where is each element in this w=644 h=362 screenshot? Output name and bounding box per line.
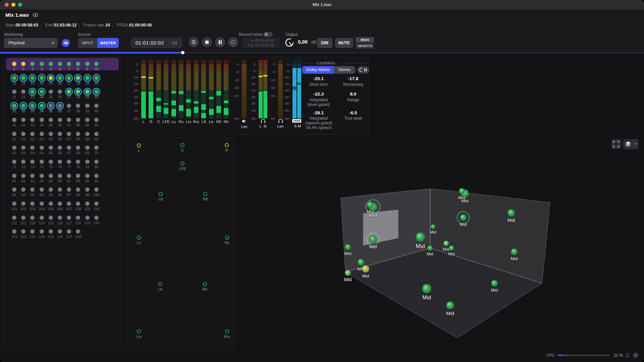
channel-dot-63[interactable] — [30, 145, 35, 150]
audio-object-16[interactable] — [362, 265, 369, 273]
channel-dot-30[interactable] — [94, 89, 99, 94]
channel-dot-120[interactable] — [94, 216, 99, 220]
channel-dot-16[interactable] — [58, 76, 62, 80]
audio-object-4[interactable] — [367, 201, 374, 208]
channel-dot-59[interactable] — [85, 132, 90, 136]
channel-dot-62[interactable] — [21, 145, 25, 150]
loudness-pause-button[interactable] — [362, 66, 369, 74]
channel-dot-124[interactable] — [40, 229, 44, 234]
speaker-dot-Ltf[interactable] — [159, 192, 163, 196]
channel-dot-34[interactable] — [40, 104, 44, 108]
channel-dot-42[interactable] — [21, 118, 25, 122]
audio-object-6[interactable] — [460, 214, 467, 221]
monitoring-select[interactable]: Physical▾ — [4, 38, 58, 48]
channel-dot-106[interactable] — [58, 201, 62, 206]
speaker-dot-Ls[interactable] — [137, 236, 141, 240]
channel-dot-21[interactable] — [12, 89, 16, 94]
channel-dot-55[interactable] — [49, 132, 53, 136]
channel-dot-1[interactable] — [12, 62, 16, 66]
pause-button[interactable] — [215, 37, 225, 47]
channel-dot-87[interactable] — [67, 174, 71, 178]
audio-object-10[interactable] — [443, 241, 449, 246]
channel-dot-108[interactable] — [76, 201, 80, 206]
channel-dot-121[interactable] — [12, 229, 16, 234]
channel-dot-110[interactable] — [94, 201, 99, 206]
channel-dot-79[interactable] — [85, 160, 90, 164]
channel-dot-35[interactable] — [49, 104, 53, 108]
view-mode-button[interactable]: ▾ — [623, 139, 639, 149]
audio-object-19[interactable] — [422, 284, 431, 293]
channel-dot-117[interactable] — [67, 216, 71, 220]
mute-button[interactable]: MUTE — [335, 38, 353, 48]
channel-dot-29[interactable] — [85, 89, 90, 94]
speaker-dot-L[interactable] — [137, 143, 141, 147]
channel-dot-83[interactable] — [30, 174, 35, 178]
channel-dot-67[interactable] — [67, 145, 71, 150]
record-button[interactable] — [228, 37, 238, 47]
channel-dot-127[interactable] — [67, 229, 71, 234]
fullscreen-button[interactable] — [611, 139, 621, 149]
channel-dot-123[interactable] — [30, 229, 35, 234]
audio-object-17[interactable] — [345, 270, 351, 276]
channel-dot-25[interactable] — [49, 89, 53, 94]
channel-dot-80[interactable] — [94, 160, 99, 164]
cpu-reset-button[interactable] — [625, 352, 631, 358]
channel-dot-96[interactable] — [58, 187, 62, 192]
channel-dot-105[interactable] — [49, 201, 53, 206]
output-volume-knob[interactable] — [284, 38, 294, 48]
audio-object-15[interactable] — [358, 259, 364, 265]
audio-object-11[interactable] — [449, 245, 454, 251]
audio-object-8[interactable] — [369, 236, 377, 243]
channel-dot-31[interactable] — [12, 104, 16, 108]
channel-dot-70[interactable] — [94, 145, 99, 150]
channel-dot-45[interactable] — [49, 118, 53, 122]
source-input-button[interactable]: INPUT — [78, 38, 97, 48]
channel-dot-17[interactable] — [67, 76, 71, 80]
channel-dot-15[interactable] — [49, 76, 53, 80]
channel-dot-75[interactable] — [49, 160, 53, 164]
channel-dot-81[interactable] — [12, 174, 16, 178]
stop-button[interactable] — [202, 37, 212, 47]
channel-dot-101[interactable] — [12, 201, 16, 206]
channel-dot-18[interactable] — [76, 76, 80, 80]
channel-dot-47[interactable] — [67, 118, 71, 122]
channel-dot-122[interactable] — [21, 229, 25, 234]
channel-dot-27[interactable] — [67, 89, 71, 94]
channel-dot-54[interactable] — [40, 132, 44, 136]
speaker-dot-LFE[interactable] — [180, 162, 184, 166]
speaker-dot-Rs[interactable] — [225, 236, 229, 240]
audio-object-14[interactable] — [511, 248, 518, 255]
channel-dot-5[interactable] — [49, 62, 53, 66]
channel-dot-111[interactable] — [12, 216, 16, 220]
audio-object-9[interactable] — [416, 232, 425, 242]
channel-dot-10[interactable] — [94, 62, 99, 66]
channel-dot-82[interactable] — [21, 174, 25, 178]
channel-dot-36[interactable] — [58, 104, 62, 108]
channel-dot-65[interactable] — [49, 145, 53, 150]
audio-object-7[interactable] — [431, 224, 435, 229]
channel-dot-90[interactable] — [94, 174, 99, 178]
channel-dot-4[interactable] — [40, 62, 44, 66]
channel-dot-44[interactable] — [40, 118, 44, 122]
channel-dot-93[interactable] — [30, 187, 35, 192]
speaker-dot-R[interactable] — [225, 143, 229, 147]
channel-dot-12[interactable] — [21, 76, 25, 80]
channel-dot-128[interactable] — [76, 229, 80, 234]
channel-dot-50[interactable] — [94, 118, 99, 122]
channel-dot-91[interactable] — [12, 187, 16, 192]
channel-dot-43[interactable] — [30, 118, 35, 122]
channel-dot-102[interactable] — [21, 201, 25, 206]
speaker-dot-C[interactable] — [180, 143, 184, 147]
channel-dot-77[interactable] — [67, 160, 71, 164]
channel-dot-40[interactable] — [94, 104, 99, 108]
channel-dot-114[interactable] — [40, 216, 44, 220]
channel-dot-14[interactable] — [40, 76, 44, 80]
record-inout-times[interactable]: In00:00:00:00 Out00:00:00:00 — [242, 38, 280, 48]
channel-dot-88[interactable] — [76, 174, 80, 178]
channel-dot-33[interactable] — [30, 104, 35, 108]
channel-dot-19[interactable] — [85, 76, 90, 80]
channel-dot-115[interactable] — [49, 216, 53, 220]
channel-dot-84[interactable] — [40, 174, 44, 178]
speaker-dot-Rtr[interactable] — [203, 282, 207, 286]
channel-dot-119[interactable] — [85, 216, 90, 220]
